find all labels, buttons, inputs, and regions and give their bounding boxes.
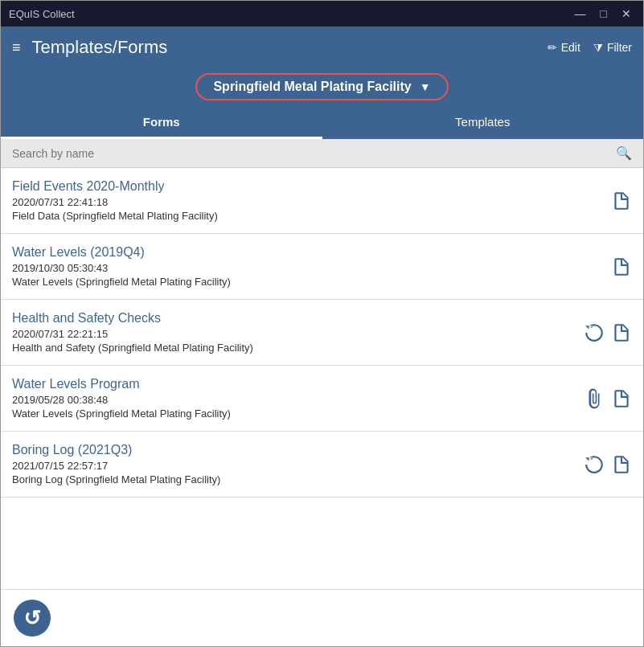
edit-icon: ✏ <box>548 41 557 54</box>
page-title: Templates/Forms <box>32 37 168 58</box>
app-window: EQuIS Collect — □ ✕ ≡ Templates/Forms ✏ … <box>0 0 644 647</box>
maximize-button[interactable]: □ <box>597 6 611 22</box>
item-icons <box>611 190 632 211</box>
item-date: 2019/10/30 05:30:43 <box>12 262 611 274</box>
document-icon[interactable] <box>611 454 632 475</box>
title-bar: EQuIS Collect — □ ✕ <box>1 1 643 27</box>
document-icon[interactable] <box>611 256 632 277</box>
search-bar: 🔍 <box>1 139 643 168</box>
document-icon[interactable] <box>611 388 632 409</box>
close-button[interactable]: ✕ <box>617 6 635 22</box>
list-item[interactable]: Health and Safety Checks 2020/07/31 22:2… <box>1 300 643 366</box>
chevron-down-icon: ▼ <box>420 80 431 93</box>
item-date: 2020/07/31 22:41:18 <box>12 196 611 208</box>
list-item-content: Water Levels Program 2019/05/28 00:38:48… <box>12 377 584 420</box>
search-icon: 🔍 <box>616 145 632 161</box>
tab-forms[interactable]: Forms <box>1 107 322 139</box>
item-subtitle: Health and Safety (Springfield Metal Pla… <box>12 342 584 354</box>
facility-name: Springfield Metal Plating Facility <box>213 80 411 94</box>
refresh-button[interactable]: ↻ <box>14 600 51 637</box>
edit-label: Edit <box>561 41 580 54</box>
item-title: Field Events 2020-Monthly <box>12 179 611 194</box>
edit-button[interactable]: ✏ Edit <box>548 41 580 54</box>
item-title: Health and Safety Checks <box>12 311 584 326</box>
refresh-icon: ↻ <box>23 606 41 631</box>
item-title: Boring Log (2021Q3) <box>12 443 584 457</box>
list-item-content: Boring Log (2021Q3) 2021/07/15 22:57:17 … <box>12 443 584 485</box>
list-item-content: Health and Safety Checks 2020/07/31 22:2… <box>12 311 584 354</box>
item-date: 2020/07/31 22:21:15 <box>12 328 584 340</box>
search-input[interactable] <box>12 147 616 160</box>
item-icons <box>584 388 632 409</box>
app-title: EQuIS Collect <box>9 8 75 20</box>
filter-button[interactable]: ⧩ Filter <box>593 41 632 55</box>
sync-icon[interactable] <box>584 322 605 343</box>
attachment-icon[interactable] <box>584 388 605 409</box>
item-title: Water Levels Program <box>12 377 584 391</box>
list-container: Field Events 2020-Monthly 2020/07/31 22:… <box>1 168 643 589</box>
item-date: 2019/05/28 00:38:48 <box>12 394 584 406</box>
item-icons <box>584 454 632 475</box>
item-date: 2021/07/15 22:57:17 <box>12 460 584 472</box>
document-icon[interactable] <box>611 322 632 343</box>
item-subtitle: Water Levels (Springfield Metal Plating … <box>12 407 584 420</box>
item-icons <box>584 322 632 343</box>
header: ≡ Templates/Forms ✏ Edit ⧩ Filter Spring… <box>1 27 643 139</box>
tab-templates[interactable]: Templates <box>322 107 644 139</box>
item-icons <box>611 256 632 277</box>
window-controls: — □ ✕ <box>571 6 635 22</box>
footer: ↻ <box>1 589 643 646</box>
item-subtitle: Boring Log (Springfield Metal Plating Fa… <box>12 473 584 485</box>
list-item[interactable]: Field Events 2020-Monthly 2020/07/31 22:… <box>1 168 643 234</box>
header-actions: ✏ Edit ⧩ Filter <box>548 41 632 55</box>
item-subtitle: Water Levels (Springfield Metal Plating … <box>12 276 611 288</box>
list-item-content: Water Levels (2019Q4) 2019/10/30 05:30:4… <box>12 245 611 288</box>
facility-row: Springfield Metal Plating Facility ▼ <box>1 68 643 100</box>
list-item[interactable]: Water Levels (2019Q4) 2019/10/30 05:30:4… <box>1 234 643 300</box>
facility-dropdown[interactable]: Springfield Metal Plating Facility ▼ <box>195 73 448 100</box>
sync-icon[interactable] <box>584 454 605 475</box>
document-icon[interactable] <box>611 190 632 211</box>
list-item[interactable]: Boring Log (2021Q3) 2021/07/15 22:57:17 … <box>1 432 643 498</box>
header-left: ≡ Templates/Forms <box>12 37 167 58</box>
tabs-row: Forms Templates <box>1 107 643 139</box>
filter-label: Filter <box>607 41 632 54</box>
list-item[interactable]: Water Levels Program 2019/05/28 00:38:48… <box>1 366 643 432</box>
menu-icon[interactable]: ≡ <box>12 39 21 56</box>
list-item-content: Field Events 2020-Monthly 2020/07/31 22:… <box>12 179 611 222</box>
item-subtitle: Field Data (Springfield Metal Plating Fa… <box>12 210 611 222</box>
minimize-button[interactable]: — <box>571 6 590 22</box>
header-top: ≡ Templates/Forms ✏ Edit ⧩ Filter <box>1 27 643 68</box>
filter-icon: ⧩ <box>593 41 603 55</box>
item-title: Water Levels (2019Q4) <box>12 245 611 260</box>
